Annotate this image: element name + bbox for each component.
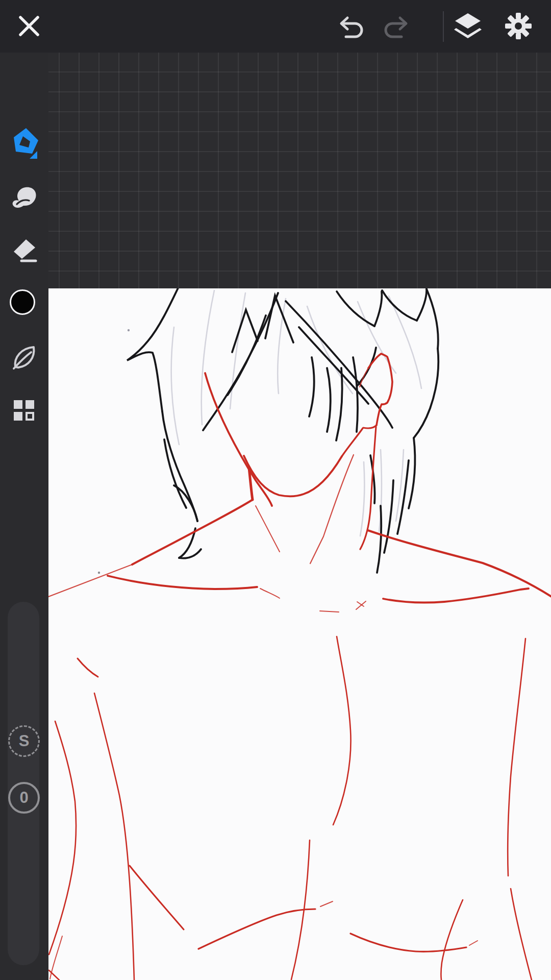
workspace-layout-button[interactable] [8, 395, 40, 427]
sketch-artwork [48, 288, 551, 980]
tool-sidebar: S 0 [0, 53, 48, 980]
smudge-finger-icon [8, 180, 40, 214]
app-window: S 0 [0, 0, 551, 980]
close-icon [13, 10, 45, 44]
gear-icon [502, 10, 535, 44]
material-tool-button[interactable] [8, 341, 40, 374]
smudge-tool-button[interactable] [8, 180, 40, 213]
redo-icon [380, 10, 413, 44]
layers-icon [452, 9, 484, 43]
redo-button[interactable] [380, 11, 413, 43]
canvas-outside-grid[interactable] [48, 53, 551, 288]
stabilizer-value-button[interactable]: 0 [8, 782, 40, 814]
drawing-canvas[interactable] [48, 288, 551, 980]
eraser-tool-button[interactable] [8, 234, 40, 266]
grid-squares-icon [8, 394, 40, 428]
undo-button[interactable] [335, 11, 367, 43]
toolbar-divider [443, 11, 444, 42]
leaf-icon [8, 340, 40, 375]
top-toolbar [0, 0, 551, 53]
stabilizer-value: 0 [19, 789, 28, 807]
eraser-icon [8, 233, 40, 267]
stabilizer-label: S [19, 732, 30, 750]
brush-submenu-indicator-icon [30, 151, 37, 159]
close-button[interactable] [13, 10, 45, 43]
settings-button[interactable] [502, 10, 535, 43]
layers-button[interactable] [452, 10, 484, 42]
undo-icon [335, 10, 367, 44]
stabilizer-button[interactable]: S [8, 725, 40, 757]
color-swatch-button[interactable] [10, 289, 35, 315]
